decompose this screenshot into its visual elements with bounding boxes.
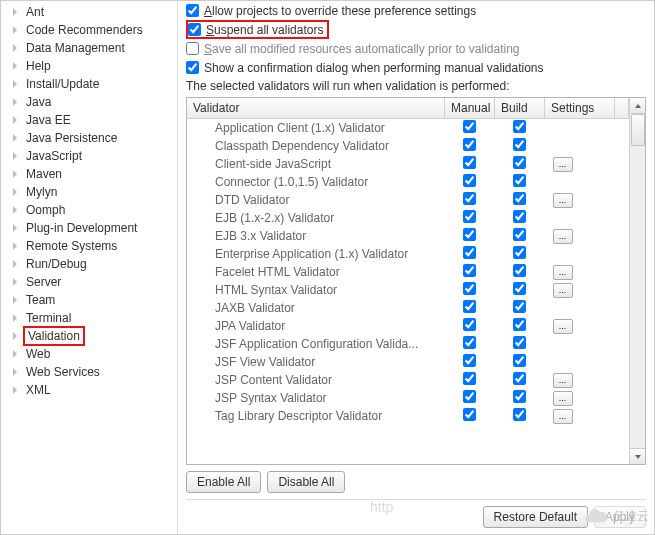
col-settings[interactable]: Settings bbox=[545, 98, 615, 119]
build-cell[interactable] bbox=[495, 119, 545, 138]
build-checkbox[interactable] bbox=[513, 174, 526, 187]
show-confirmation-row[interactable]: Show a confirmation dialog when performi… bbox=[186, 58, 646, 77]
build-cell[interactable] bbox=[495, 299, 545, 317]
build-checkbox[interactable] bbox=[513, 372, 526, 385]
allow-override-row[interactable]: Allow projects to override these prefere… bbox=[186, 1, 646, 20]
settings-cell[interactable]: ... bbox=[545, 281, 615, 299]
table-row[interactable]: JSP Content Validator... bbox=[187, 371, 629, 389]
settings-cell[interactable]: ... bbox=[545, 191, 615, 209]
tree-item-install-update[interactable]: Install/Update bbox=[7, 75, 177, 93]
build-checkbox[interactable] bbox=[513, 138, 526, 151]
settings-cell[interactable] bbox=[545, 119, 615, 138]
table-row[interactable]: JSF Application Configuration Valida... bbox=[187, 335, 629, 353]
manual-checkbox[interactable] bbox=[463, 372, 476, 385]
table-row[interactable]: EJB 3.x Validator... bbox=[187, 227, 629, 245]
build-cell[interactable] bbox=[495, 281, 545, 299]
tree-item-maven[interactable]: Maven bbox=[7, 165, 177, 183]
table-row[interactable]: JSF View Validator bbox=[187, 353, 629, 371]
tree-item-remote-systems[interactable]: Remote Systems bbox=[7, 237, 177, 255]
manual-checkbox[interactable] bbox=[463, 210, 476, 223]
manual-cell[interactable] bbox=[445, 173, 495, 191]
manual-cell[interactable] bbox=[445, 389, 495, 407]
restore-defaults-button[interactable]: Restore Default bbox=[483, 506, 588, 528]
table-row[interactable]: Client-side JavaScript... bbox=[187, 155, 629, 173]
settings-cell[interactable]: ... bbox=[545, 407, 615, 425]
tree-item-code-recommenders[interactable]: Code Recommenders bbox=[7, 21, 177, 39]
manual-cell[interactable] bbox=[445, 317, 495, 335]
build-cell[interactable] bbox=[495, 191, 545, 209]
scrollbar-vertical[interactable] bbox=[629, 98, 645, 464]
build-checkbox[interactable] bbox=[513, 228, 526, 241]
manual-checkbox[interactable] bbox=[463, 300, 476, 313]
settings-button[interactable]: ... bbox=[553, 265, 573, 280]
manual-cell[interactable] bbox=[445, 335, 495, 353]
build-cell[interactable] bbox=[495, 209, 545, 227]
build-cell[interactable] bbox=[495, 371, 545, 389]
table-row[interactable]: Connector (1.0,1.5) Validator bbox=[187, 173, 629, 191]
build-cell[interactable] bbox=[495, 245, 545, 263]
tree-item-mylyn[interactable]: Mylyn bbox=[7, 183, 177, 201]
scroll-up-icon[interactable] bbox=[630, 98, 645, 114]
build-checkbox[interactable] bbox=[513, 282, 526, 295]
manual-checkbox[interactable] bbox=[463, 318, 476, 331]
save-modified-row[interactable]: Save all modified resources automaticall… bbox=[186, 39, 646, 58]
settings-button[interactable]: ... bbox=[553, 391, 573, 406]
build-cell[interactable] bbox=[495, 389, 545, 407]
build-checkbox[interactable] bbox=[513, 120, 526, 133]
tree-item-ant[interactable]: Ant bbox=[7, 3, 177, 21]
settings-cell[interactable] bbox=[545, 173, 615, 191]
build-checkbox[interactable] bbox=[513, 390, 526, 403]
suspend-checkbox[interactable] bbox=[188, 23, 201, 36]
manual-checkbox[interactable] bbox=[463, 336, 476, 349]
manual-cell[interactable] bbox=[445, 209, 495, 227]
manual-cell[interactable] bbox=[445, 119, 495, 138]
settings-cell[interactable] bbox=[545, 299, 615, 317]
settings-cell[interactable] bbox=[545, 137, 615, 155]
table-row[interactable]: DTD Validator... bbox=[187, 191, 629, 209]
build-checkbox[interactable] bbox=[513, 210, 526, 223]
settings-cell[interactable] bbox=[545, 245, 615, 263]
tree-item-terminal[interactable]: Terminal bbox=[7, 309, 177, 327]
settings-cell[interactable]: ... bbox=[545, 263, 615, 281]
build-cell[interactable] bbox=[495, 353, 545, 371]
table-row[interactable]: Tag Library Descriptor Validator... bbox=[187, 407, 629, 425]
tree-item-java-persistence[interactable]: Java Persistence bbox=[7, 129, 177, 147]
tree-item-server[interactable]: Server bbox=[7, 273, 177, 291]
manual-cell[interactable] bbox=[445, 353, 495, 371]
manual-checkbox[interactable] bbox=[463, 354, 476, 367]
settings-cell[interactable]: ... bbox=[545, 155, 615, 173]
table-row[interactable]: Facelet HTML Validator... bbox=[187, 263, 629, 281]
settings-button[interactable]: ... bbox=[553, 157, 573, 172]
settings-cell[interactable] bbox=[545, 335, 615, 353]
settings-cell[interactable] bbox=[545, 353, 615, 371]
build-cell[interactable] bbox=[495, 155, 545, 173]
manual-checkbox[interactable] bbox=[463, 408, 476, 421]
settings-cell[interactable]: ... bbox=[545, 371, 615, 389]
manual-checkbox[interactable] bbox=[463, 282, 476, 295]
build-cell[interactable] bbox=[495, 137, 545, 155]
scroll-thumb[interactable] bbox=[631, 114, 645, 146]
tree-item-web[interactable]: Web bbox=[7, 345, 177, 363]
col-validator[interactable]: Validator bbox=[187, 98, 445, 119]
table-row[interactable]: Application Client (1.x) Validator bbox=[187, 119, 629, 138]
settings-button[interactable]: ... bbox=[553, 193, 573, 208]
manual-checkbox[interactable] bbox=[463, 264, 476, 277]
settings-cell[interactable]: ... bbox=[545, 389, 615, 407]
suspend-row[interactable]: Suspend all validators bbox=[186, 20, 329, 39]
build-cell[interactable] bbox=[495, 173, 545, 191]
save-modified-checkbox[interactable] bbox=[186, 42, 199, 55]
build-checkbox[interactable] bbox=[513, 336, 526, 349]
settings-cell[interactable]: ... bbox=[545, 317, 615, 335]
tree-item-validation[interactable]: Validation bbox=[7, 327, 177, 345]
manual-checkbox[interactable] bbox=[463, 138, 476, 151]
col-build[interactable]: Build bbox=[495, 98, 545, 119]
table-row[interactable]: Classpath Dependency Validator bbox=[187, 137, 629, 155]
tree-item-help[interactable]: Help bbox=[7, 57, 177, 75]
col-manual[interactable]: Manual bbox=[445, 98, 495, 119]
tree-item-run-debug[interactable]: Run/Debug bbox=[7, 255, 177, 273]
tree-item-web-services[interactable]: Web Services bbox=[7, 363, 177, 381]
manual-cell[interactable] bbox=[445, 155, 495, 173]
tree-item-java-ee[interactable]: Java EE bbox=[7, 111, 177, 129]
manual-checkbox[interactable] bbox=[463, 174, 476, 187]
manual-cell[interactable] bbox=[445, 299, 495, 317]
